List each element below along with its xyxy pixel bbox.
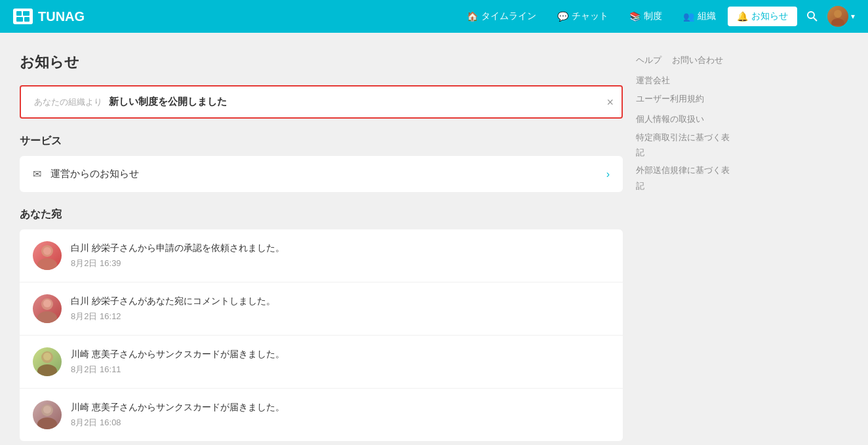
- notif-content-1: 白川 紗栄子さんがあなた宛にコメントしました。 8月2日 16:12: [71, 294, 610, 322]
- notification-section-title: あなた宛: [20, 208, 623, 222]
- sidebar-row-3: 特定商取引法に基づく表記: [636, 130, 741, 161]
- envelope-icon: ✉: [33, 168, 41, 180]
- nav-soshiki[interactable]: 👥 組織: [674, 7, 725, 26]
- notif-time-0: 8月2日 16:39: [71, 258, 610, 269]
- avatar-2: [33, 347, 62, 376]
- nav-timeline[interactable]: 🏠 タイムライン: [458, 7, 545, 26]
- sidebar-row-4: 外部送信規律に基づく表記: [636, 163, 741, 193]
- notif-item-0[interactable]: 白川 紗栄子さんから申請の承認を依頼されました。 8月2日 16:39: [20, 229, 623, 282]
- main-nav: 🏠 タイムライン 💬 チャット 📚 制度 👥 組織 🔔 お知らせ: [458, 7, 797, 26]
- book-icon: 📚: [629, 11, 641, 22]
- main-layout: お知らせ あなたの組織より 新しい制度を公開しました × サービス ✉ 運営から…: [0, 33, 868, 445]
- group-icon: 👥: [683, 11, 694, 22]
- notif-time-1: 8月2日 16:12: [71, 311, 610, 322]
- service-item-oshirase[interactable]: ✉ 運営からのお知らせ ›: [20, 156, 623, 192]
- sidebar-link-terms[interactable]: ユーザー利用規約: [636, 91, 704, 106]
- page-title: お知らせ: [20, 52, 623, 72]
- svg-point-19: [43, 406, 51, 414]
- notif-item-1[interactable]: 白川 紗栄子さんがあなた宛にコメントしました。 8月2日 16:12: [20, 282, 623, 336]
- sidebar-row-1: ヘルプ お問い合わせ 運営会社: [636, 52, 741, 88]
- notif-time-3: 8月2日 16:08: [71, 417, 610, 429]
- nav-chat[interactable]: 💬 チャット: [548, 7, 618, 26]
- nav-oshirase[interactable]: 🔔 お知らせ: [728, 7, 797, 26]
- avatar: [827, 6, 848, 27]
- service-label: 運営からのお知らせ: [50, 168, 606, 180]
- alert-org-label: あなたの組織より: [34, 96, 102, 108]
- logo-icon: [13, 9, 33, 24]
- svg-point-6: [834, 10, 842, 18]
- nav-seido[interactable]: 📚 制度: [620, 7, 671, 26]
- svg-rect-1: [23, 11, 30, 16]
- svg-point-15: [37, 364, 57, 376]
- chevron-right-icon: ›: [606, 168, 610, 180]
- svg-rect-2: [16, 17, 23, 22]
- content-area: お知らせ あなたの組織より 新しい制度を公開しました × サービス ✉ 運営から…: [20, 52, 623, 441]
- svg-rect-3: [24, 17, 30, 22]
- notif-text-0: 白川 紗栄子さんから申請の承認を依頼されました。: [71, 241, 610, 255]
- alert-message: 新しい制度を公開しました: [109, 96, 227, 108]
- bell-icon: 🔔: [737, 11, 748, 22]
- home-icon: 🏠: [467, 11, 478, 22]
- notif-time-2: 8月2日 16:11: [71, 364, 610, 376]
- sidebar-row-2: ユーザー利用規約 個人情報の取扱い: [636, 91, 741, 127]
- alert-banner: あなたの組織より 新しい制度を公開しました ×: [20, 85, 623, 119]
- alert-close-button[interactable]: ×: [606, 96, 614, 108]
- header-icons: ▾: [802, 6, 855, 27]
- notif-content-3: 川崎 恵美子さんからサンクスカードが届きました。 8月2日 16:08: [71, 400, 610, 429]
- sidebar-link-company[interactable]: 運営会社: [636, 73, 670, 88]
- app-header: TUNAG 🏠 タイムライン 💬 チャット 📚 制度 👥 組織 🔔 お知らせ: [0, 0, 868, 33]
- logo-text: TUNAG: [38, 9, 85, 24]
- sidebar-link-tokusho[interactable]: 特定商取引法に基づく表記: [636, 130, 736, 161]
- sidebar-link-gaibusoshin[interactable]: 外部送信規律に基づく表記: [636, 163, 736, 193]
- svg-point-13: [43, 300, 51, 307]
- svg-point-9: [37, 258, 57, 270]
- service-section-title: サービス: [20, 134, 623, 148]
- notif-text-1: 白川 紗栄子さんがあなた宛にコメントしました。: [71, 294, 610, 308]
- notif-content-0: 白川 紗栄子さんから申請の承認を依頼されました。 8月2日 16:39: [71, 241, 610, 269]
- chevron-down-icon: ▾: [851, 12, 855, 21]
- sidebar-link-privacy[interactable]: 個人情報の取扱い: [636, 111, 704, 126]
- user-menu[interactable]: ▾: [827, 6, 855, 27]
- svg-point-16: [43, 353, 51, 360]
- svg-point-7: [831, 18, 844, 26]
- search-button[interactable]: [802, 7, 822, 26]
- sidebar: ヘルプ お問い合わせ 運営会社 ユーザー利用規約 個人情報の取扱い 特定商取引法…: [623, 52, 754, 441]
- notification-list: 白川 紗栄子さんから申請の承認を依頼されました。 8月2日 16:39 白川 紗…: [20, 229, 623, 441]
- svg-point-18: [37, 417, 57, 429]
- notif-text-3: 川崎 恵美子さんからサンクスカードが届きました。: [71, 400, 610, 414]
- sidebar-link-help[interactable]: ヘルプ: [636, 52, 661, 68]
- chat-icon: 💬: [557, 11, 568, 22]
- svg-point-12: [37, 311, 57, 323]
- notif-text-2: 川崎 恵美子さんからサンクスカードが届きました。: [71, 347, 610, 361]
- service-card: ✉ 運営からのお知らせ ›: [20, 156, 623, 192]
- svg-point-10: [43, 247, 51, 255]
- notif-item-3[interactable]: 川崎 恵美子さんからサンクスカードが届きました。 8月2日 16:08: [20, 389, 623, 441]
- avatar-3: [33, 400, 62, 429]
- notif-item-2[interactable]: 川崎 恵美子さんからサンクスカードが届きました。 8月2日 16:11: [20, 336, 623, 389]
- svg-line-5: [814, 18, 817, 21]
- sidebar-links: ヘルプ お問い合わせ 運営会社 ユーザー利用規約 個人情報の取扱い 特定商取引法…: [636, 52, 741, 193]
- sidebar-link-contact[interactable]: お問い合わせ: [672, 52, 723, 68]
- svg-point-4: [808, 12, 814, 18]
- svg-rect-0: [16, 11, 22, 16]
- notif-content-2: 川崎 恵美子さんからサンクスカードが届きました。 8月2日 16:11: [71, 347, 610, 376]
- avatar-0: [33, 241, 62, 270]
- avatar-1: [33, 294, 62, 323]
- app-logo[interactable]: TUNAG: [13, 9, 85, 24]
